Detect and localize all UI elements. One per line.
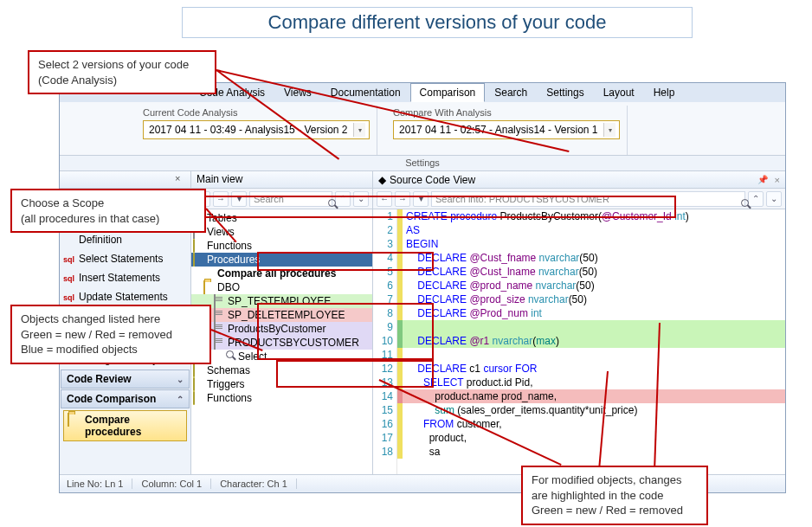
code-icon: ◆ bbox=[378, 174, 386, 186]
line-gutter: 123456789101112131415161718 bbox=[373, 209, 397, 474]
dropdown-button[interactable]: ▾ bbox=[413, 191, 429, 207]
db-icon bbox=[193, 364, 203, 375]
sp-icon bbox=[214, 295, 224, 305]
main-toolbar: ← → ▾ Search ⌃ ⌄ bbox=[191, 189, 372, 209]
chevron-up-icon: ⌃ bbox=[177, 395, 184, 404]
ribbon-group-current: Current Code Analysis 2017 04 11 - 03:49… bbox=[138, 106, 377, 155]
db-icon bbox=[193, 254, 203, 264]
code-lines: CREATE procedure ProductsByCustomer(@Cus… bbox=[403, 209, 785, 474]
status-line: Line No: Ln 1 bbox=[67, 479, 132, 489]
code-view-header: ◆ Source Code View 📌 × bbox=[373, 171, 785, 189]
code-view-title: Source Code View bbox=[390, 174, 475, 186]
expand-button[interactable]: ⌃ bbox=[748, 191, 764, 207]
sidebar-item-insert-statements[interactable]: sqlInsert Statements bbox=[60, 268, 190, 287]
chevron-down-icon[interactable]: ▾ bbox=[353, 123, 365, 137]
menu-documentation[interactable]: Documentation bbox=[321, 83, 410, 102]
sidebar-item-definition[interactable]: Definition bbox=[60, 230, 190, 249]
status-char: Character: Ch 1 bbox=[220, 479, 297, 489]
accordion-code-review[interactable]: Code Review⌄ bbox=[61, 370, 190, 389]
close-icon[interactable]: × bbox=[175, 173, 187, 185]
dropdown-button[interactable]: ▾ bbox=[231, 191, 247, 207]
current-analysis-label: Current Code Analysis bbox=[143, 107, 370, 118]
close-icon[interactable]: × bbox=[775, 175, 780, 185]
sp-icon bbox=[214, 309, 224, 319]
code-search-input[interactable]: Search into: PRODUCTSBYCUSTOMER bbox=[431, 191, 745, 207]
ribbon: Current Code Analysis 2017 04 11 - 03:49… bbox=[60, 102, 785, 156]
db-icon bbox=[193, 240, 203, 250]
app-window: Code AnalysisViewsDocumentationCompariso… bbox=[59, 82, 786, 493]
tree-item-functions[interactable]: Functions bbox=[191, 391, 372, 405]
tree-item-functions[interactable]: Functions bbox=[191, 239, 372, 253]
compare-analysis-label: Compare With Analysis bbox=[393, 107, 620, 118]
collapse-button[interactable]: ⌄ bbox=[353, 191, 369, 207]
tree-item-compare-all-procedures[interactable]: Compare all procedures bbox=[191, 267, 372, 280]
sidebar-item-select-statements[interactable]: sqlSelect Statements bbox=[60, 249, 190, 268]
main-view-panel: Main view ← → ▾ Search ⌃ ⌄ TablesViewsFu… bbox=[191, 171, 373, 474]
expand-button[interactable]: ⌃ bbox=[335, 191, 351, 207]
tree-item-views[interactable]: Views bbox=[191, 225, 372, 239]
tree-item-triggers[interactable]: Triggers bbox=[191, 377, 372, 391]
object-tree[interactable]: TablesViewsFunctionsProceduresCompare al… bbox=[191, 209, 372, 474]
sql-icon: sql bbox=[63, 291, 75, 303]
main-search-input[interactable]: Search bbox=[249, 191, 332, 207]
menu-comparison[interactable]: Comparison bbox=[410, 83, 486, 102]
diamond-icon bbox=[63, 234, 75, 246]
code-toolbar: ← → ▾ Search into: PRODUCTSBYCUSTOMER ⌃ … bbox=[373, 189, 785, 209]
tree-item-schemas[interactable]: Schemas bbox=[191, 363, 372, 377]
folder-icon bbox=[203, 281, 214, 292]
collapse-button[interactable]: ⌄ bbox=[766, 191, 782, 207]
menu-settings[interactable]: Settings bbox=[537, 83, 593, 102]
main-view-title: Main view bbox=[191, 171, 372, 189]
db-icon bbox=[193, 378, 203, 389]
menu-help[interactable]: Help bbox=[644, 83, 685, 102]
callout-select-versions: Select 2 versions of your code (Code Ana… bbox=[28, 50, 216, 94]
current-analysis-value: 2017 04 11 - 03:49 - Analysis15 - Versio… bbox=[149, 124, 347, 136]
menu-layout[interactable]: Layout bbox=[594, 83, 644, 102]
pin-icon[interactable]: 📌 bbox=[757, 175, 768, 184]
menu-search[interactable]: Search bbox=[485, 83, 537, 102]
chevron-down-icon[interactable]: ▾ bbox=[603, 123, 615, 137]
mag-icon bbox=[226, 350, 236, 361]
callout-objects-changed: Objects changed listed here Green = new … bbox=[10, 305, 211, 364]
forward-button[interactable]: → bbox=[213, 191, 229, 207]
source-code-panel: ◆ Source Code View 📌 × ← → ▾ Search into… bbox=[373, 171, 785, 474]
callout-modified-highlight: For modified objects, changes are highli… bbox=[521, 466, 708, 525]
tree-item-sp_testemployee[interactable]: SP_TESTEMPLOYEE bbox=[191, 294, 372, 308]
tree-item-productsbycustomer[interactable]: PRODUCTSBYCUSTOMER bbox=[191, 336, 372, 350]
page-title: Compare different versions of your code bbox=[182, 7, 693, 38]
sidebar-compare-procedures[interactable]: Compare procedures bbox=[63, 410, 187, 441]
callout-choose-scope: Choose a Scope (all procedures in that c… bbox=[10, 189, 206, 233]
sql-icon: sql bbox=[63, 272, 75, 284]
sidebar-item-update-statements[interactable]: sqlUpdate Statements bbox=[60, 287, 190, 306]
compare-icon bbox=[68, 414, 81, 426]
forward-button[interactable]: → bbox=[395, 191, 410, 207]
tree-item-select[interactable]: Select bbox=[191, 350, 372, 363]
sp-icon bbox=[214, 337, 224, 347]
current-analysis-dropdown[interactable]: 2017 04 11 - 03:49 - Analysis15 - Versio… bbox=[143, 120, 370, 139]
ribbon-settings-label: Settings bbox=[60, 156, 785, 171]
tree-item-sp_deleteemployee[interactable]: SP_DELETEEMPLOYEE bbox=[191, 308, 372, 322]
ribbon-group-compare: Compare With Analysis 2017 04 11 - 02:57… bbox=[388, 106, 628, 155]
db-icon bbox=[193, 392, 203, 402]
sql-icon: sql bbox=[63, 253, 75, 265]
back-button[interactable]: ← bbox=[377, 191, 392, 207]
status-col: Column: Col 1 bbox=[141, 479, 211, 489]
code-body[interactable]: 123456789101112131415161718 CREATE proce… bbox=[373, 209, 785, 474]
tree-item-dbo[interactable]: DBO bbox=[191, 280, 372, 294]
tree-item-procedures[interactable]: Procedures bbox=[191, 253, 372, 267]
accordion-code-comparison[interactable]: Code Comparison⌃ bbox=[61, 389, 190, 408]
sidebar-header: × bbox=[60, 171, 190, 189]
chevron-down-icon: ⌄ bbox=[177, 375, 184, 384]
